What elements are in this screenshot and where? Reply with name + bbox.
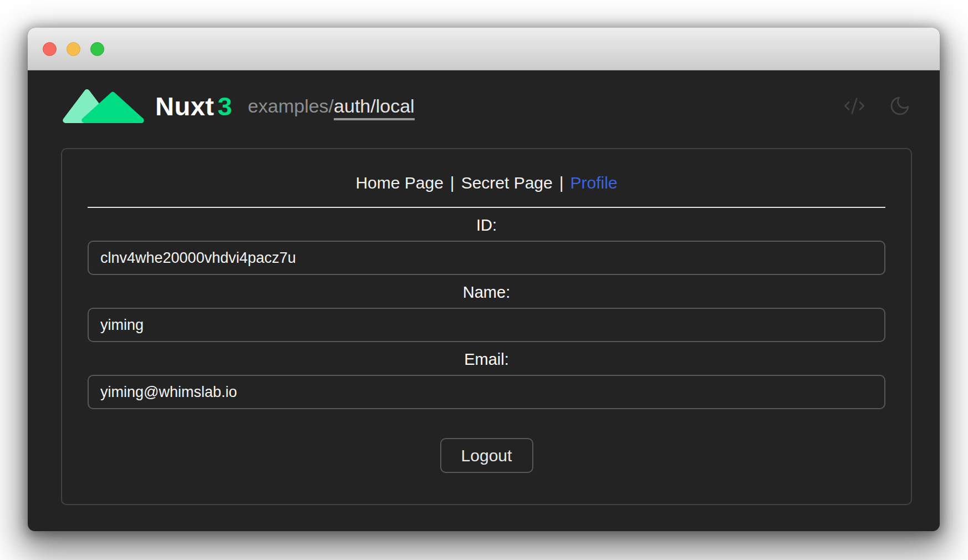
nav-link-profile[interactable]: Profile [570, 174, 618, 192]
brand-title: Nuxt3 [155, 91, 232, 121]
screenshot-stage: Nuxt3 examples/auth/local Home Page|Secr… [0, 0, 968, 560]
app-header: Nuxt3 examples/auth/local [28, 70, 940, 136]
breadcrumb-current[interactable]: auth/local [334, 95, 415, 120]
profile-card: Home Page|Secret Page|Profile ID: Name: … [61, 148, 912, 505]
id-label: ID: [88, 216, 885, 235]
window-titlebar [28, 28, 940, 70]
name-label: Name: [88, 283, 885, 302]
name-input[interactable] [88, 308, 885, 342]
breadcrumb-prefix: examples/ [248, 95, 334, 116]
id-input[interactable] [88, 241, 885, 275]
nuxt-logo-icon [61, 88, 145, 124]
logout-row: Logout [88, 438, 885, 473]
browser-window: Nuxt3 examples/auth/local Home Page|Secr… [28, 28, 940, 531]
page-nav: Home Page|Secret Page|Profile [88, 174, 885, 192]
nav-separator: | [450, 174, 455, 192]
logout-button[interactable]: Logout [440, 438, 533, 473]
email-input[interactable] [88, 375, 885, 409]
brand-name: Nuxt [155, 91, 214, 121]
close-button[interactable] [43, 42, 57, 56]
nav-link-home-page[interactable]: Home Page [355, 174, 443, 192]
nav-separator: | [559, 174, 564, 192]
breadcrumb: examples/auth/local [248, 95, 415, 117]
moon-icon[interactable] [889, 95, 911, 117]
nav-link-secret-page[interactable]: Secret Page [461, 174, 553, 192]
email-label: Email: [88, 350, 885, 369]
code-icon[interactable] [843, 95, 865, 117]
brand-version: 3 [217, 91, 232, 121]
zoom-button[interactable] [90, 42, 104, 56]
nav-divider [88, 207, 885, 208]
minimize-button[interactable] [67, 42, 80, 56]
